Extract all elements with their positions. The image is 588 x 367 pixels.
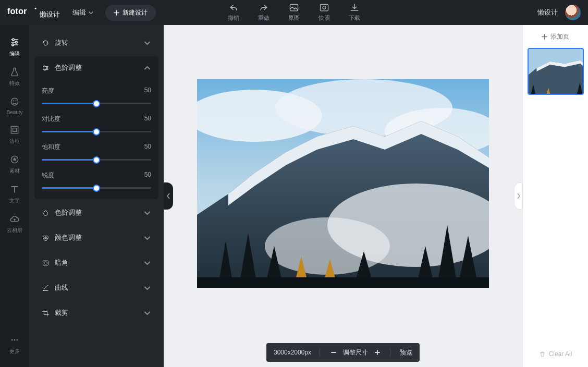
slider-saturation: 饱和度50 xyxy=(42,143,151,164)
top-center-actions: 撤销 重做 原图 快照 下载 xyxy=(228,3,360,22)
section-crop[interactable]: 裁剪 xyxy=(34,301,158,324)
nav-beauty[interactable]: Beauty xyxy=(0,92,29,120)
chevron-down-icon xyxy=(143,309,151,317)
svg-point-18 xyxy=(46,67,48,69)
svg-point-19 xyxy=(44,69,46,70)
slider-thumb[interactable] xyxy=(93,128,100,136)
slider-brightness-track[interactable] xyxy=(42,100,151,107)
section-color[interactable]: 颜色调整 xyxy=(34,226,158,249)
drop-icon xyxy=(42,209,50,217)
plus-icon xyxy=(542,34,547,40)
preview-button[interactable]: 预览 xyxy=(400,348,412,357)
svg-rect-12 xyxy=(13,128,17,132)
resize-group: 调整尺寸 xyxy=(329,348,390,357)
brand-logo[interactable]: fotor 懒设计 xyxy=(7,6,60,19)
download-button[interactable]: 下载 xyxy=(349,3,360,22)
snapshot-button[interactable]: 快照 xyxy=(318,3,330,22)
nav-text[interactable]: 文字 xyxy=(0,179,29,209)
fotor-logo-icon: fotor xyxy=(7,6,38,17)
svg-point-9 xyxy=(13,100,14,101)
svg-point-10 xyxy=(15,100,16,101)
nav-cloud[interactable]: 云相册 xyxy=(0,209,29,239)
canvas-size: 3000x2000px xyxy=(274,349,320,356)
avatar[interactable] xyxy=(565,5,581,20)
slider-contrast-track[interactable] xyxy=(42,128,151,136)
nav-more[interactable]: 更多 xyxy=(0,330,29,360)
svg-point-1 xyxy=(35,7,36,9)
section-levels: 色阶调整 亮度50 对比度50 饱和度50 锐度50 xyxy=(34,56,158,199)
zoom-out-button[interactable] xyxy=(329,348,338,357)
panel-collapse-handle[interactable] xyxy=(164,182,173,210)
canvas: 3000x2000px 调整尺寸 预览 xyxy=(164,25,522,367)
chevron-down-icon xyxy=(143,259,151,267)
nav-edit[interactable]: 编辑 xyxy=(0,32,29,62)
nav-sticker[interactable]: 素材 xyxy=(0,150,29,179)
vignette-icon xyxy=(42,259,50,267)
plus-icon xyxy=(374,349,381,356)
slider-thumb[interactable] xyxy=(93,100,100,107)
trash-icon xyxy=(539,351,546,358)
new-design-button[interactable]: 新建设计 xyxy=(105,5,156,21)
add-page-button[interactable]: 添加页 xyxy=(527,29,584,44)
slider-brightness: 亮度50 xyxy=(42,87,151,107)
text-icon xyxy=(9,184,20,194)
rotate-icon xyxy=(42,39,50,47)
pages-rail: 添加页 Clear All xyxy=(522,25,588,367)
nav-effect[interactable]: 特效 xyxy=(0,62,29,92)
section-levels-header[interactable]: 色阶调整 xyxy=(42,56,151,79)
face-icon xyxy=(9,96,20,107)
svg-rect-3 xyxy=(321,4,328,10)
curves-icon xyxy=(42,284,50,292)
slider-sharpness-track[interactable] xyxy=(42,185,151,192)
svg-rect-11 xyxy=(11,126,18,133)
section-levels2[interactable]: 色阶调整 xyxy=(34,201,158,224)
brand-sub: 懒设计 xyxy=(40,10,60,19)
svg-point-30 xyxy=(265,217,390,275)
lazy-link[interactable]: 懒设计 xyxy=(537,8,558,17)
rail-collapse-handle[interactable] xyxy=(514,182,522,210)
svg-point-16 xyxy=(17,339,18,341)
slider-sharpness: 锐度50 xyxy=(42,171,151,192)
redo-button[interactable]: 重做 xyxy=(258,3,270,22)
canvas-bottom-bar: 3000x2000px 调整尺寸 预览 xyxy=(266,343,420,362)
svg-point-8 xyxy=(11,98,18,105)
undo-button[interactable]: 撤销 xyxy=(228,3,239,22)
undo-icon xyxy=(228,3,239,13)
chevron-down-icon xyxy=(143,234,151,242)
chevron-left-icon xyxy=(166,193,170,199)
image-icon xyxy=(289,3,299,13)
svg-point-14 xyxy=(11,339,13,341)
nav-frame[interactable]: 边框 xyxy=(0,120,29,150)
svg-point-24 xyxy=(44,262,47,264)
section-rotate[interactable]: 旋转 xyxy=(34,31,158,54)
minus-icon xyxy=(330,349,337,356)
zoom-in-button[interactable] xyxy=(373,348,382,357)
slider-saturation-track[interactable] xyxy=(42,156,151,164)
chevron-down-icon xyxy=(143,284,151,292)
section-vignette[interactable]: 暗角 xyxy=(34,251,158,274)
menu-edit[interactable]: 编辑 xyxy=(72,8,94,17)
section-curves[interactable]: 曲线 xyxy=(34,276,158,299)
resize-label[interactable]: 调整尺寸 xyxy=(343,348,368,357)
svg-text:fotor: fotor xyxy=(7,6,27,16)
original-button[interactable]: 原图 xyxy=(288,3,300,22)
snapshot-icon xyxy=(319,3,329,13)
download-icon xyxy=(349,3,360,13)
new-design-label: 新建设计 xyxy=(123,8,148,17)
svg-point-6 xyxy=(16,41,18,43)
svg-point-4 xyxy=(323,6,326,9)
chevron-down-icon xyxy=(88,10,94,16)
page-thumb-1[interactable] xyxy=(528,48,584,95)
cloud-up-icon xyxy=(9,214,20,224)
svg-rect-31 xyxy=(197,277,489,288)
chevron-up-icon xyxy=(143,64,151,72)
slider-thumb[interactable] xyxy=(93,185,100,192)
color-icon xyxy=(42,234,50,242)
clear-all-button[interactable]: Clear All xyxy=(539,350,572,358)
adjust-icon xyxy=(42,64,50,72)
sliders-icon xyxy=(9,37,20,47)
top-bar: fotor 懒设计 编辑 新建设计 撤销 重做 原图 快照 下载 xyxy=(0,0,588,25)
svg-point-17 xyxy=(44,66,45,67)
slider-thumb[interactable] xyxy=(93,156,100,164)
artwork-image[interactable] xyxy=(197,79,489,288)
